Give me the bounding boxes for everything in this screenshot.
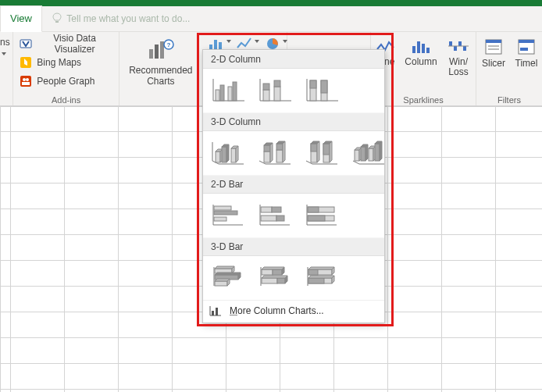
3d-stacked-column[interactable] bbox=[258, 139, 292, 166]
svg-rect-47 bbox=[228, 87, 232, 101]
recommended-charts-l2: Charts bbox=[147, 76, 174, 87]
svg-rect-64 bbox=[222, 147, 226, 162]
clustered-column-icon bbox=[212, 77, 244, 102]
addin-bing-label: Bing Maps bbox=[37, 57, 81, 68]
svg-rect-89 bbox=[361, 147, 365, 161]
svg-rect-8 bbox=[155, 45, 159, 59]
timeline-button[interactable]: Timel bbox=[511, 35, 542, 69]
svg-rect-122 bbox=[215, 281, 227, 286]
svg-rect-48 bbox=[233, 82, 237, 101]
stacked-column[interactable] bbox=[258, 77, 292, 103]
stacked-bar[interactable] bbox=[258, 201, 292, 228]
svg-rect-86 bbox=[355, 150, 359, 161]
addin-bingmaps[interactable]: Bing Maps bbox=[20, 54, 81, 71]
addin-peoplegraph[interactable]: People Graph bbox=[20, 73, 94, 90]
cutoff-group: ns bbox=[0, 32, 13, 106]
lightbulb-icon bbox=[52, 12, 62, 25]
clustered-column[interactable] bbox=[211, 77, 245, 103]
3d-clustered-bar[interactable] bbox=[211, 264, 245, 290]
svg-rect-46 bbox=[220, 85, 224, 101]
svg-rect-136 bbox=[308, 269, 318, 275]
svg-rect-45 bbox=[216, 90, 219, 101]
svg-rect-106 bbox=[272, 207, 281, 212]
svg-rect-7 bbox=[149, 49, 153, 59]
svg-rect-126 bbox=[262, 269, 273, 275]
sparkline-column-icon bbox=[412, 38, 430, 54]
svg-rect-67 bbox=[231, 148, 236, 162]
svg-marker-129 bbox=[262, 267, 284, 269]
svg-marker-73 bbox=[270, 143, 273, 162]
100-stacked-bar[interactable] bbox=[305, 201, 339, 228]
slicer-label: Slicer bbox=[482, 59, 505, 69]
cutoff-label[interactable]: ns bbox=[0, 37, 12, 59]
svg-marker-91 bbox=[365, 144, 368, 161]
more-column-charts-label: More Column Charts... bbox=[230, 305, 324, 316]
tab-view[interactable]: View bbox=[0, 5, 42, 32]
3d-100-stacked-column[interactable] bbox=[305, 139, 339, 166]
100-stacked-bar-icon bbox=[305, 203, 338, 226]
svg-rect-34 bbox=[463, 46, 466, 51]
bing-icon bbox=[20, 56, 32, 69]
svg-marker-124 bbox=[215, 279, 230, 281]
svg-rect-101 bbox=[214, 211, 237, 215]
group-sparklines-label: Sparklines bbox=[371, 94, 476, 105]
sparkline-winloss-l2: Loss bbox=[448, 66, 468, 77]
svg-rect-37 bbox=[486, 40, 501, 43]
svg-point-4 bbox=[23, 78, 26, 81]
svg-rect-41 bbox=[519, 40, 534, 43]
svg-rect-53 bbox=[274, 87, 280, 101]
svg-marker-142 bbox=[308, 276, 334, 278]
3d-clustered-column[interactable] bbox=[211, 139, 245, 166]
recommended-charts-button[interactable]: ? Recommended Charts bbox=[124, 35, 198, 87]
svg-rect-27 bbox=[412, 46, 415, 53]
addin-visio[interactable]: Visio Data Visualizer bbox=[20, 35, 112, 52]
svg-marker-85 bbox=[330, 141, 332, 162]
svg-text:?: ? bbox=[166, 41, 170, 48]
sparkline-winloss[interactable]: Win/ Loss bbox=[441, 35, 476, 77]
svg-rect-140 bbox=[308, 278, 324, 283]
more-column-charts[interactable]: More Column Charts... bbox=[203, 300, 384, 323]
addin-visio-label: Visio Data Visualizer bbox=[37, 33, 112, 55]
sparkline-winloss-l1: Win/ bbox=[449, 56, 468, 67]
tell-me-placeholder: Tell me what you want to do... bbox=[66, 13, 190, 24]
svg-rect-54 bbox=[274, 80, 280, 87]
svg-marker-138 bbox=[308, 267, 334, 269]
3d-100-stacked-bar-icon bbox=[305, 265, 339, 289]
svg-rect-105 bbox=[261, 207, 272, 212]
group-sparklines: Line Column bbox=[371, 32, 476, 106]
svg-rect-32 bbox=[454, 46, 457, 51]
svg-rect-130 bbox=[262, 278, 277, 283]
svg-rect-58 bbox=[310, 80, 316, 88]
svg-rect-30 bbox=[426, 48, 430, 53]
3d-column-icon bbox=[351, 139, 386, 166]
svg-rect-29 bbox=[422, 44, 425, 53]
svg-marker-133 bbox=[262, 276, 287, 278]
gallery-section-3d-column: 3-D Column bbox=[203, 112, 384, 131]
svg-rect-70 bbox=[264, 151, 270, 162]
svg-rect-112 bbox=[308, 207, 319, 212]
slicer-button[interactable]: Slicer bbox=[476, 35, 511, 69]
3d-100-stacked-bar[interactable] bbox=[305, 264, 339, 290]
sparkline-column[interactable]: Column bbox=[401, 35, 441, 77]
svg-rect-75 bbox=[276, 144, 283, 150]
3d-column[interactable] bbox=[351, 139, 386, 166]
group-filters: Slicer Timel Filters bbox=[476, 32, 542, 106]
chevron-down-icon bbox=[2, 52, 6, 55]
3d-stacked-bar-icon bbox=[258, 265, 292, 289]
gallery-section-2d-bar: 2-D Bar bbox=[203, 175, 384, 194]
clustered-bar[interactable] bbox=[211, 201, 245, 228]
tell-me-search[interactable]: Tell me what you want to do... bbox=[52, 6, 190, 31]
timeline-icon bbox=[517, 38, 536, 55]
100-stacked-column[interactable] bbox=[305, 77, 339, 103]
addin-pg-label: People Graph bbox=[37, 76, 94, 87]
svg-rect-108 bbox=[276, 216, 284, 221]
stacked-column-icon bbox=[259, 77, 291, 102]
svg-rect-114 bbox=[308, 216, 325, 221]
recommended-charts-icon: ? bbox=[148, 38, 174, 62]
ribbon-tabbar: View Tell me what you want to do... bbox=[0, 6, 542, 32]
3d-stacked-bar[interactable] bbox=[258, 264, 292, 290]
3d-stacked-column-icon bbox=[258, 139, 292, 166]
svg-rect-131 bbox=[277, 278, 285, 283]
column-chart-small-icon bbox=[209, 305, 222, 316]
sparkline-winloss-icon bbox=[448, 38, 469, 54]
